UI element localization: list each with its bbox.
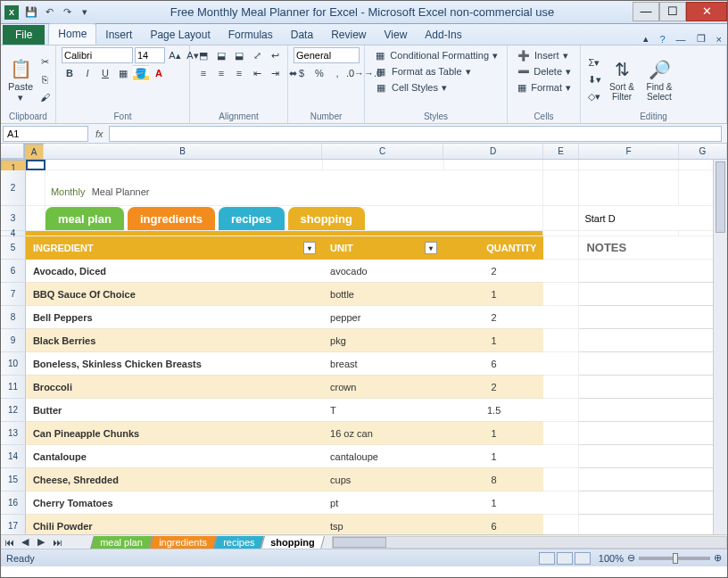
col-header-unit[interactable]: UNIT▾ [323, 236, 444, 260]
align-center-icon[interactable]: ≡ [213, 65, 229, 81]
quantity-cell[interactable]: 6 [444, 352, 544, 376]
quantity-cell[interactable]: 1 [444, 422, 544, 445]
tab-page-layout[interactable]: Page Layout [141, 25, 219, 45]
cell[interactable] [543, 399, 579, 422]
notes-cell[interactable] [579, 376, 727, 399]
pill-recipes[interactable]: recipes [219, 207, 285, 230]
notes-cell[interactable] [579, 491, 727, 515]
notes-cell[interactable] [579, 468, 727, 491]
cell-styles-button[interactable]: ▦Cell Styles ▾ [370, 79, 501, 95]
minimize-ribbon-icon[interactable]: ▴ [638, 33, 654, 45]
pill-meal-plan[interactable]: meal plan [46, 207, 124, 230]
dec-indent-icon[interactable]: ⇤ [249, 65, 265, 81]
col-header-quantity[interactable]: QUANTITY [444, 236, 544, 260]
filter-icon[interactable]: ▾ [303, 242, 316, 254]
delete-cells-button[interactable]: ➖Delete ▾ [513, 63, 575, 79]
doc-close-icon[interactable]: × [711, 34, 727, 45]
unit-cell[interactable]: T [323, 399, 444, 422]
cell[interactable] [46, 160, 323, 170]
row-header[interactable]: 2 [1, 170, 26, 206]
ingredient-cell[interactable]: Cheese, Shredded [26, 468, 323, 491]
find-select-button[interactable]: 🔎Find & Select [641, 55, 677, 103]
cell[interactable] [543, 445, 579, 468]
column-header[interactable]: C [322, 144, 443, 159]
font-name-select[interactable] [62, 47, 133, 63]
tab-insert[interactable]: Insert [96, 25, 141, 45]
sheet-nav-prev-icon[interactable]: ◀ [17, 534, 33, 549]
quantity-cell[interactable]: 1 [444, 445, 544, 468]
fill-color-button[interactable]: 🪣 [133, 65, 149, 81]
redo-icon[interactable]: ↷ [60, 5, 74, 20]
view-layout-icon[interactable] [557, 552, 573, 565]
row-header[interactable]: 5 [1, 236, 26, 260]
notes-cell[interactable] [579, 422, 727, 445]
autosum-icon[interactable]: Σ▾ [586, 54, 602, 70]
unit-cell[interactable]: bottle [323, 283, 444, 306]
italic-button[interactable]: I [79, 65, 95, 81]
row-header[interactable]: 9 [1, 329, 26, 352]
cell[interactable] [543, 170, 579, 206]
row-header[interactable]: 11 [1, 376, 26, 399]
align-right-icon[interactable]: ≡ [231, 65, 247, 81]
quantity-cell[interactable]: 1 [444, 491, 544, 515]
tab-data[interactable]: Data [282, 25, 322, 45]
pill-ingredients[interactable]: ingredients [128, 207, 215, 230]
quantity-cell[interactable]: 2 [444, 306, 544, 329]
notes-cell[interactable] [579, 329, 727, 352]
pill-shopping[interactable]: shopping [288, 207, 366, 230]
zoom-slider[interactable] [639, 557, 710, 560]
notes-cell[interactable] [579, 399, 727, 422]
scrollbar-thumb[interactable] [333, 537, 386, 548]
quantity-cell[interactable]: 1.5 [444, 399, 544, 422]
ingredient-cell[interactable]: Cherry Tomatoes [26, 491, 323, 515]
ingredient-cell[interactable]: Can Pineapple Chunks [26, 422, 323, 445]
percent-icon[interactable]: % [311, 65, 327, 81]
font-size-select[interactable] [135, 47, 165, 63]
save-icon[interactable]: 💾 [24, 5, 38, 20]
help-icon[interactable]: ? [654, 34, 670, 45]
doc-min-icon[interactable]: — [671, 34, 691, 45]
orientation-icon[interactable]: ⤢ [249, 47, 265, 63]
unit-cell[interactable]: pepper [323, 306, 444, 329]
cell[interactable] [579, 170, 679, 206]
unit-cell[interactable]: crown [323, 376, 444, 399]
tab-formulas[interactable]: Formulas [219, 25, 282, 45]
ingredient-cell[interactable]: Avocado, Diced [26, 260, 323, 283]
unit-cell[interactable]: avocado [323, 260, 444, 283]
cell[interactable] [26, 170, 46, 206]
row-header[interactable]: 7 [1, 283, 26, 306]
align-bot-icon[interactable]: ⬓ [231, 47, 247, 63]
align-left-icon[interactable]: ≡ [195, 65, 211, 81]
cut-icon[interactable]: ✂ [37, 54, 53, 70]
wrap-text-icon[interactable]: ↩ [267, 47, 283, 63]
font-color-button[interactable]: A [151, 65, 167, 81]
ingredient-cell[interactable]: Black Berries [26, 329, 323, 352]
ingredient-cell[interactable]: Butter [26, 399, 323, 422]
row-header[interactable]: 15 [1, 468, 26, 491]
ingredient-cell[interactable]: BBQ Sauce Of Choice [26, 283, 323, 306]
format-as-table-button[interactable]: ▦Format as Table ▾ [370, 63, 501, 79]
conditional-formatting-button[interactable]: ▦Conditional Formatting ▾ [370, 47, 501, 63]
minimize-button[interactable]: — [633, 2, 659, 21]
selected-cell[interactable] [26, 160, 46, 170]
quantity-cell[interactable]: 8 [444, 468, 544, 491]
column-header[interactable]: A [24, 144, 44, 160]
cell[interactable] [543, 376, 579, 399]
align-top-icon[interactable]: ⬒ [195, 47, 211, 63]
align-mid-icon[interactable]: ⬓ [213, 47, 229, 63]
tab-add-ins[interactable]: Add-Ins [416, 25, 470, 45]
unit-cell[interactable]: cups [323, 468, 444, 491]
underline-button[interactable]: U [97, 65, 113, 81]
format-cells-button[interactable]: ▦Format ▾ [513, 79, 575, 95]
tab-review[interactable]: Review [322, 25, 375, 45]
view-normal-icon[interactable] [539, 552, 555, 565]
cell[interactable] [543, 260, 579, 283]
row-header[interactable]: 3 [1, 206, 26, 231]
ingredient-cell[interactable]: Broccoli [26, 376, 323, 399]
cell[interactable] [444, 160, 544, 170]
zoom-level[interactable]: 100% [599, 553, 624, 564]
column-header[interactable]: F [579, 144, 679, 159]
sheet-tab-ingredients[interactable]: ingredients [149, 536, 217, 549]
row-header[interactable]: 14 [1, 445, 26, 468]
cell[interactable] [323, 160, 444, 170]
